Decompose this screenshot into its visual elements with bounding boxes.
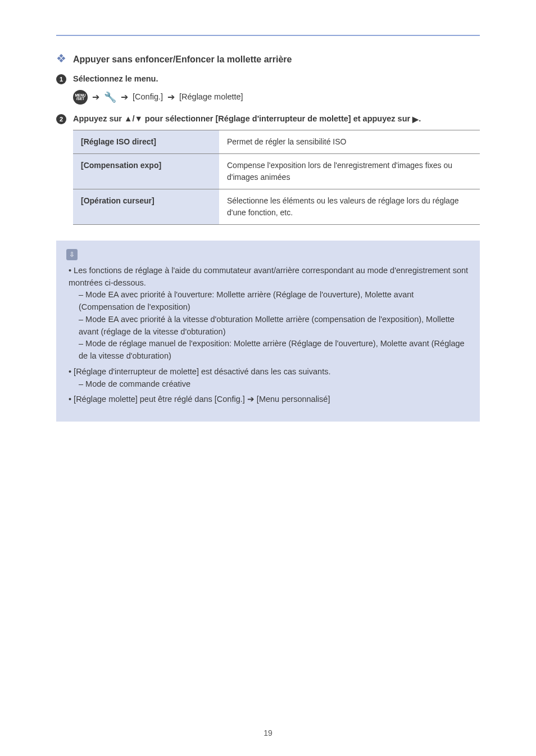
table-row: [Réglage ISO direct] Permet de régler la… bbox=[73, 130, 480, 153]
step2-suffix: pour sélectionner [Réglage d'interrupteu… bbox=[143, 114, 412, 123]
note-box: ⇩ Les fonctions de réglage à l'aide du c… bbox=[56, 241, 480, 422]
arrow-right-icon: ➔ bbox=[92, 90, 99, 104]
note-sub: Mode de réglage manuel de l'exposition: … bbox=[69, 338, 470, 363]
step1-number-icon: 1 bbox=[56, 74, 66, 84]
option-value: Compense l'exposition lors de l'enregist… bbox=[219, 153, 480, 189]
option-value: Sélectionne les éléments ou les valeurs … bbox=[219, 189, 480, 224]
step2-text: Appuyez sur ▲/▼ pour sélectionner [Régla… bbox=[73, 113, 480, 125]
note-item: [Réglage molette] peut être réglé dans [… bbox=[69, 393, 470, 406]
step2-number-icon: 2 bbox=[56, 114, 66, 124]
step1-label: Sélectionnez le menu. bbox=[73, 73, 480, 85]
top-rule bbox=[56, 35, 480, 36]
note-item: Les fonctions de réglage à l'aide du com… bbox=[69, 265, 470, 363]
note-sub: Mode EA avec priorité à l'ouverture: Mol… bbox=[69, 289, 470, 314]
table-row: [Opération curseur] Sélectionne les élém… bbox=[73, 189, 480, 224]
section-title: Appuyer sans enfoncer/Enfoncer la mollet… bbox=[73, 53, 480, 66]
arrow-right-icon: ➔ bbox=[247, 395, 255, 404]
step2-prefix: Appuyez sur bbox=[73, 114, 124, 123]
menu-setup-label: [Config.] bbox=[133, 91, 163, 103]
note-sub: Mode EA avec priorité à la vitesse d'obt… bbox=[69, 314, 470, 338]
arrow-right-icon: ➔ bbox=[167, 90, 175, 104]
down-icon: ▼ bbox=[134, 114, 142, 123]
menu-dialset-label: [Réglage molette] bbox=[179, 91, 243, 103]
option-key: [Compensation expo] bbox=[73, 153, 219, 189]
arrow-right-icon: ➔ bbox=[121, 90, 128, 104]
menu-set-icon: MENU/SET bbox=[73, 90, 88, 105]
diamond-icon: ❖ bbox=[56, 52, 66, 65]
menu-path: MENU/SET ➔ 🔧 ➔ [Config.] ➔ [Réglage mole… bbox=[73, 90, 480, 105]
page-number: 19 bbox=[264, 727, 272, 739]
note-item: [Réglage d'interrupteur de molette] est … bbox=[69, 366, 470, 391]
up-icon: ▲ bbox=[124, 114, 132, 123]
options-table: [Réglage ISO direct] Permet de régler la… bbox=[73, 130, 480, 225]
option-value: Permet de régler la sensibilité ISO bbox=[219, 130, 480, 153]
play-right-icon: ▶ bbox=[412, 115, 419, 124]
wrench-icon: 🔧 bbox=[104, 90, 116, 105]
table-row: [Compensation expo] Compense l'expositio… bbox=[73, 153, 480, 189]
note-sub: Mode de commande créative bbox=[69, 378, 470, 391]
option-key: [Réglage ISO direct] bbox=[73, 130, 219, 153]
step2-end: . bbox=[419, 114, 421, 123]
note-icon: ⇩ bbox=[66, 249, 78, 260]
option-key: [Opération curseur] bbox=[73, 189, 219, 224]
